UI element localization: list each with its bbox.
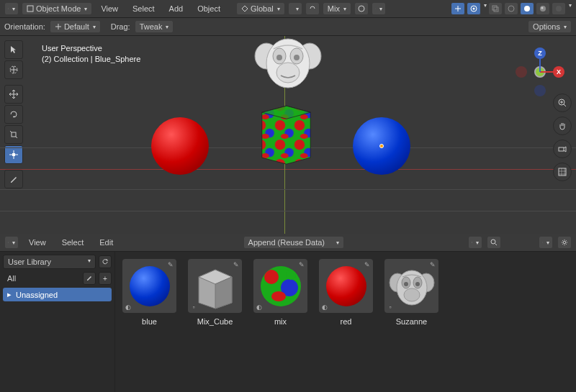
menu-add[interactable]: Add [163, 2, 189, 15]
asset-sidebar: User Library ▾ All + ▸ Unassigned [0, 252, 115, 392]
edit-icon[interactable]: ✎ [166, 260, 175, 269]
asset-browser-header: ▾ View Select Edit Append (Reuse Data) ▾… [0, 234, 576, 252]
category-unassigned[interactable]: ▸ Unassigned [3, 288, 112, 301]
menu-view[interactable]: View [95, 2, 124, 15]
snap-button[interactable] [305, 2, 320, 15]
shading-material[interactable] [536, 2, 550, 15]
gizmo-toggle[interactable] [451, 2, 465, 15]
svg-point-50 [286, 270, 296, 280]
viewport-header: ▾ Object Mode ▾ View Select Add Object G… [0, 0, 576, 18]
svg-point-29 [294, 55, 300, 60]
edit-icon[interactable]: ✎ [232, 260, 240, 269]
add-catalog-button[interactable]: + [99, 272, 112, 285]
svg-point-4 [359, 6, 364, 12]
pivot-button[interactable]: ▾ [288, 2, 302, 15]
material-preview-icon [130, 266, 170, 306]
proportional-button[interactable] [354, 2, 369, 15]
orientation-value: Default [64, 22, 89, 31]
svg-rect-7 [492, 6, 497, 10]
svg-point-12 [541, 7, 544, 9]
drag-dropdown[interactable]: Tweak ▾ [135, 20, 174, 33]
asset-editor-type[interactable]: ▾ [4, 236, 19, 249]
asset-label: red [341, 317, 352, 326]
mode-dropdown[interactable]: Object Mode ▾ [22, 2, 92, 15]
svg-point-6 [473, 8, 475, 10]
material-preview-icon [326, 266, 366, 306]
transform-orientation-dropdown[interactable]: Default ▾ [50, 20, 101, 33]
menu-select[interactable]: Select [127, 2, 161, 15]
shading-rendered[interactable] [552, 2, 566, 15]
pan-button[interactable] [553, 117, 572, 135]
viewport-scene [0, 36, 576, 234]
shading-solid[interactable] [520, 2, 534, 15]
object-type-icon: ▫ [189, 303, 198, 311]
shading-wire[interactable] [504, 2, 518, 15]
orientation-dropdown[interactable]: Global ▾ [236, 2, 285, 15]
material-type-icon: ◐ [320, 303, 329, 311]
snap-mode-label: Mix [328, 4, 340, 13]
orientation-label: Global [251, 4, 274, 13]
camera-button[interactable] [553, 140, 572, 158]
display-type-button[interactable]: ▾ [468, 236, 482, 249]
edit-icon[interactable]: ✎ [297, 260, 306, 269]
svg-point-56 [404, 282, 408, 286]
perspective-button[interactable] [553, 163, 572, 181]
proportional-falloff[interactable]: ▾ [372, 2, 386, 15]
asset-menu-edit[interactable]: Edit [94, 236, 119, 249]
asset-browser-body: User Library ▾ All + ▸ Unassigned [0, 252, 576, 392]
navigation-gizmo[interactable]: X Z [518, 50, 562, 94]
edit-icon[interactable]: ✎ [363, 260, 372, 269]
asset-item-red[interactable]: ✎ ◐ red [319, 259, 373, 326]
import-mode-label: Append (Reuse Data) [248, 238, 325, 247]
asset-item-suzanne[interactable]: ✎ ▫ Suzanne [384, 259, 438, 326]
object-red-sphere[interactable] [151, 117, 209, 175]
drag-title: Drag: [111, 22, 130, 31]
object-suzanne[interactable] [252, 36, 324, 96]
xray-toggle[interactable] [488, 2, 503, 15]
library-label: User Library [8, 257, 51, 266]
filter-button[interactable]: ▾ [539, 236, 553, 249]
edit-catalog-button[interactable] [83, 272, 96, 285]
overlay-toggle[interactable] [467, 2, 481, 15]
library-dropdown[interactable]: User Library ▾ [3, 255, 96, 269]
asset-menu-view[interactable]: View [23, 236, 52, 249]
svg-point-9 [508, 6, 514, 12]
options-dropdown[interactable]: Options ▾ [528, 20, 572, 33]
asset-item-blue[interactable]: ✎ ◐ blue [122, 259, 176, 326]
refresh-library-button[interactable] [99, 255, 112, 268]
overlay-toggles: ▾ ▾ [451, 2, 572, 15]
svg-rect-1 [27, 6, 33, 12]
svg-point-58 [404, 288, 420, 301]
viewport-3d[interactable]: User Perspective (2) Collection | Blue_S… [0, 36, 576, 234]
options-label: Options [533, 22, 560, 31]
drag-value: Tweak [140, 22, 163, 31]
asset-browser: ▾ View Select Edit Append (Reuse Data) ▾… [0, 234, 576, 392]
asset-item-mix-cube[interactable]: ✎ ▫ Mix_Cube [188, 259, 242, 326]
svg-rect-35 [559, 168, 566, 176]
category-all[interactable]: All [3, 272, 80, 285]
menu-object[interactable]: Object [192, 2, 226, 15]
editor-type-button[interactable]: ▾ [4, 2, 19, 15]
edit-icon[interactable]: ✎ [428, 260, 437, 269]
asset-label: blue [142, 317, 157, 326]
svg-point-40 [491, 240, 495, 244]
object-mix-cube[interactable] [252, 101, 320, 165]
svg-rect-34 [559, 147, 564, 151]
settings-button[interactable] [557, 236, 572, 249]
viewport-subheader: Orientation: Default ▾ Drag: Tweak ▾ Opt… [0, 18, 576, 36]
search-button[interactable] [487, 236, 501, 249]
svg-point-41 [563, 241, 565, 243]
asset-label: Mix_Cube [197, 317, 233, 326]
asset-menu-select[interactable]: Select [56, 236, 90, 249]
object-type-icon: ▫ [386, 303, 395, 311]
svg-point-28 [276, 55, 282, 60]
svg-rect-8 [494, 7, 498, 12]
snap-mode-dropdown[interactable]: Mix ▾ [323, 2, 351, 15]
svg-point-47 [264, 270, 279, 284]
monkey-preview-icon [388, 265, 436, 308]
asset-item-mix[interactable]: ✎ ◐ mix [253, 259, 307, 326]
import-mode-dropdown[interactable]: Append (Reuse Data) ▾ [243, 236, 344, 249]
svg-point-30 [276, 63, 300, 83]
asset-label: Suzanne [396, 317, 427, 326]
zoom-button[interactable] [553, 94, 572, 112]
